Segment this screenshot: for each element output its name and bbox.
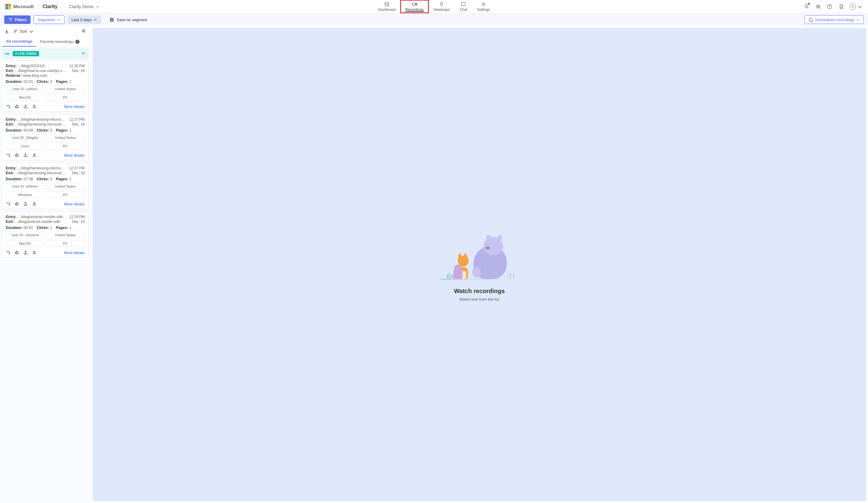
chevron-down-icon [96,5,100,9]
country-pill: United States [46,85,85,92]
live-users-count: 3 LIVE USERS [13,51,39,56]
star-icon[interactable] [14,202,19,206]
content-area: Watch recordings Select one from the lis… [93,28,866,501]
svg-point-11 [33,251,35,253]
filters-button[interactable]: Filters [4,16,31,24]
os-pill: Windows [6,192,44,198]
collapse-sidebar-button[interactable] [81,29,86,34]
filter-icon [8,17,13,22]
entry-line: Entry: .../blog/harnessing-microsoft-cla… [6,166,66,170]
person-icon[interactable] [32,202,37,206]
entry-line: Entry: .../blog/android-mobile-sdk/ [6,215,63,219]
user-id-pill: User ID: ahl6mm [6,183,44,189]
nav-recordings[interactable]: Recordings [401,0,429,13]
microsoft-logo-icon [6,4,11,9]
summarize-button[interactable]: Summarize recordings [805,16,864,24]
people-icon[interactable] [815,4,821,9]
share-icon[interactable] [23,202,28,206]
svg-point-10 [33,202,35,204]
main-layout: Sort All recordings Favorite recordings … [0,26,868,503]
recording-card[interactable]: Entry: .../blog/harnessing-microsoft-cla… [2,163,89,209]
tab-favorite-recordings[interactable]: Favorite recordings i [36,37,83,47]
notifications-button[interactable] [804,3,809,10]
stats-row: Duration: 00:08 Clicks: 0 Pages: 1 [6,128,85,133]
help-icon[interactable] [827,4,832,9]
save-segment-button[interactable]: Save as segment [110,17,147,22]
share-icon[interactable] [23,153,28,157]
nav-label: Heatmaps [434,8,450,12]
exit-line: Exit: .../blog/android-mobile-sdk/ [6,219,63,224]
person-icon[interactable] [32,104,37,109]
star-icon[interactable] [14,153,19,157]
user-id-pill: User ID: 1dcwmi4 [6,232,44,238]
more-details-link[interactable]: More details [64,153,85,157]
refresh-icon[interactable] [6,202,10,206]
save-icon [110,17,114,22]
more-details-link[interactable]: More details [64,105,85,109]
download-icon[interactable] [4,29,9,34]
tags: User ID: ahl6mm United States Windows PC [6,183,85,198]
stats-row: Duration: 00:02 Clicks: 1 Pages: 1 [6,226,85,230]
nav-settings[interactable]: Settings [472,0,495,13]
info-icon: i [75,40,80,44]
tab-all-recordings[interactable]: All recordings [2,37,36,47]
refresh-icon[interactable] [6,153,10,157]
sort-label: Sort [20,29,27,33]
recordings-sidebar: Sort All recordings Favorite recordings … [0,26,91,503]
tags: User ID: 19tqg0y United States Linux PC [6,134,85,150]
card-actions: More details [6,103,85,109]
sidebar-toolbar: Sort [0,26,90,37]
date-label: Last 3 days [72,18,92,22]
nav-chat[interactable]: Chat [455,0,472,13]
nav-heatmaps[interactable]: Heatmaps [429,0,455,13]
video-icon [412,1,417,7]
chevron-down-icon [81,51,85,56]
person-icon[interactable] [32,250,37,255]
live-users-bar[interactable]: 3 LIVE USERS [2,49,89,59]
recording-card[interactable]: Entry: .../blog/harnessing-microsoft-cla… [2,114,89,160]
document-icon[interactable] [838,4,844,9]
share-icon[interactable] [23,250,28,255]
nav-dashboard[interactable]: Dashboard [373,0,401,13]
share-icon[interactable] [23,104,28,109]
svg-rect-0 [385,2,389,6]
empty-heading: Watch recordings [454,288,505,295]
chevron-left-double-icon [81,29,86,33]
project-dropdown[interactable]: Clarity Demo [69,4,100,9]
svg-rect-1 [412,3,415,5]
recordings-list[interactable]: 3 LIVE USERS Entry: .../blog/2023/10/ Ex… [0,47,90,503]
sort-icon [13,29,18,34]
recording-tabs: All recordings Favorite recordings i [0,37,90,47]
svg-point-8 [33,105,35,106]
timestamp: 12:24 PMDec. 19 [69,215,85,224]
star-icon[interactable] [14,104,19,109]
refresh-icon[interactable] [6,104,10,109]
entry-line: Entry: .../blog/2023/10/ [6,64,66,68]
more-details-link[interactable]: More details [64,202,85,206]
svg-point-2 [483,3,484,5]
os-pill: MacOS [6,94,44,101]
recording-card[interactable]: Entry: .../blog/android-mobile-sdk/ Exit… [2,212,89,258]
nav-label: Recordings [405,8,424,12]
country-pill: United States [46,134,85,141]
device-pill: PC [46,94,85,101]
sort-button[interactable]: Sort [13,29,34,34]
device-pill: PC [46,143,85,150]
segments-button[interactable]: Segments [33,16,65,24]
stats-row: Duration: 07:36 Clicks: 0 Pages: 1 [6,177,85,181]
device-pill: PC [46,192,85,198]
card-actions: More details [6,200,85,206]
account-menu[interactable] [850,4,862,10]
star-icon[interactable] [14,250,19,255]
recording-card[interactable]: Entry: .../blog/2023/10/ Exit: .../blog/… [2,61,89,112]
date-range-button[interactable]: Last 3 days [68,16,101,24]
stats-row: Duration: 02:01 Clicks: 0 Pages: 2 [6,80,85,84]
refresh-icon[interactable] [6,250,10,255]
svg-point-9 [33,154,35,155]
bell-icon [804,3,809,9]
broadcast-icon [5,51,10,56]
svg-point-4 [818,5,820,7]
account-icon [850,4,856,10]
more-details-link[interactable]: More details [64,251,85,255]
person-icon[interactable] [32,153,37,157]
